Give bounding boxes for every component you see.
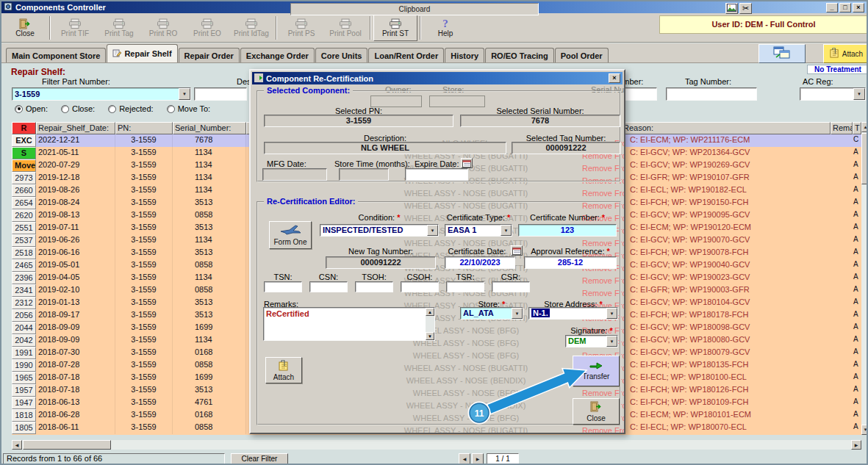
toolbar-button-print-tag[interactable]: Print Tag	[97, 15, 141, 41]
tsr-input[interactable]	[446, 281, 484, 292]
chevron-down-icon[interactable]: ▼	[427, 225, 438, 236]
cell-serial-number: 0168	[173, 347, 246, 359]
form-one-button[interactable]: Form One	[269, 221, 312, 249]
attach-button-top[interactable]: Attach	[823, 44, 868, 63]
scroll-down-icon[interactable]: ▼	[861, 425, 868, 435]
tab-pool-order[interactable]: Pool Order	[555, 48, 609, 62]
chevron-down-icon[interactable]: ▼	[179, 88, 190, 100]
tab-ro-eo-tracing[interactable]: RO/EO Tracing	[485, 48, 554, 62]
radio-circle[interactable]	[167, 105, 175, 113]
horizontal-scrollbar[interactable]	[12, 440, 861, 450]
vertical-scroll-thumb[interactable]	[861, 133, 868, 184]
chevron-down-icon[interactable]: ▼	[606, 336, 617, 347]
scroll-down-icon[interactable]: ▼	[426, 332, 434, 340]
signature-select[interactable]: DEM ▼	[565, 335, 618, 347]
cell-pn: 3-1559	[115, 409, 173, 422]
scroll-left-icon[interactable]: ◀	[12, 440, 22, 450]
toolbar-button-print-eo[interactable]: Print EO	[185, 15, 229, 41]
scroll-up-icon[interactable]: ▲	[861, 122, 868, 132]
column-header[interactable]: R	[12, 122, 36, 134]
tsoh-input[interactable]	[355, 281, 393, 292]
toolbar-button-print-st[interactable]: Print ST	[373, 15, 417, 41]
column-header[interactable]: Serial_Number:	[173, 122, 246, 134]
maximize-icon[interactable]: □	[839, 3, 851, 12]
radio-open[interactable]: Open:	[15, 104, 48, 113]
expire-date-field[interactable]	[405, 168, 468, 181]
tab-main-component-store[interactable]: Main Component Store	[6, 48, 106, 62]
previous-page-button[interactable]: ◀	[459, 453, 470, 464]
chevron-down-icon[interactable]: ▼	[853, 88, 865, 100]
condition-select[interactable]: INSPECTED/TESTED ▼	[320, 224, 439, 237]
column-header[interactable]: Reason:	[621, 122, 831, 134]
image-tool-button[interactable]	[725, 3, 738, 14]
dialog-titlebar[interactable]: Component Re-Certification ×	[252, 72, 623, 84]
toolbar-button-print-tif[interactable]: Print TIF	[53, 15, 97, 41]
cell-serial-number: 0168	[173, 409, 246, 422]
column-header[interactable]: PN:	[115, 122, 173, 134]
radio-close[interactable]: Close:	[61, 104, 95, 113]
row-badge: EXC	[12, 134, 36, 147]
dialog-close-icon[interactable]: ×	[609, 73, 620, 83]
toolbar-button-print-pool[interactable]: Print Pool	[323, 15, 367, 41]
filter-tag-number-input[interactable]	[666, 87, 757, 101]
scroll-up-icon[interactable]: ▲	[426, 308, 434, 316]
scroll-right-icon[interactable]: ▶	[851, 440, 861, 450]
chevron-down-icon[interactable]: ▼	[501, 225, 512, 236]
description-field: NLG WHEEL	[264, 142, 506, 154]
filter-part-number-select[interactable]: 3-1559 ▼	[12, 87, 191, 101]
csn-input[interactable]	[309, 281, 348, 292]
radio-circle[interactable]	[108, 105, 116, 113]
cell-t: A	[853, 309, 861, 322]
radio-move-to[interactable]: Move To:	[167, 104, 210, 113]
radio-rejected[interactable]: Rejected:	[108, 104, 153, 113]
certificate-date-input[interactable]: 22/10/2023	[445, 256, 515, 269]
cut-tool-button[interactable]: ✂	[739, 3, 752, 14]
dialog-close-button[interactable]: Close	[573, 398, 620, 425]
toolbar-button-print-ro[interactable]: Print RO	[141, 15, 185, 41]
horizontal-scroll-thumb[interactable]	[23, 440, 111, 450]
tsn-input[interactable]	[264, 281, 302, 292]
transfer-button[interactable]: Transfer	[573, 356, 620, 386]
clear-filter-button[interactable]: Clear Filter	[231, 453, 288, 464]
tab-repair-shelf[interactable]: Repair Shelf	[107, 44, 177, 62]
radio-circle[interactable]	[61, 105, 69, 113]
toolbar-button-help[interactable]: ?Help	[423, 15, 467, 41]
signature-value: DEM	[566, 336, 606, 346]
store-select[interactable]: AL_ATA ▼	[460, 307, 523, 320]
column-header[interactable]: T	[853, 122, 861, 134]
next-page-button[interactable]: ▶	[472, 453, 484, 464]
store-address-select[interactable]: N-1. ▼	[528, 307, 618, 320]
tab-loan-rent-order[interactable]: Loan/Rent Order	[368, 48, 444, 62]
radio-circle[interactable]	[15, 105, 23, 113]
expire-date-calendar-icon[interactable]	[461, 158, 473, 168]
approval-reference-input[interactable]: 285-12	[524, 256, 617, 269]
minimize-icon[interactable]: _	[826, 3, 838, 12]
remarks-textarea[interactable]: ReCertified ▲▼	[263, 307, 435, 341]
column-header[interactable]: Remarks:	[831, 122, 853, 134]
certificate-number-input[interactable]: 123	[518, 224, 617, 237]
chevron-down-icon[interactable]: ▼	[512, 308, 523, 319]
certificate-type-select[interactable]: EASA 1 ▼	[445, 224, 512, 237]
csoh-input[interactable]	[401, 281, 439, 292]
toolbar-button-print-idtag[interactable]: Print IdTag	[229, 15, 273, 41]
attach-button[interactable]: Attach	[265, 357, 302, 383]
tab-exchange-order[interactable]: Exchange Order	[240, 48, 315, 62]
cell-reason: C: EI-FCH; WP: WP190078-FCH	[621, 247, 831, 259]
column-header[interactable]: Repair_Shelf_Date:	[36, 122, 115, 134]
cell-repair-shelf-date: 2018-06-11	[36, 422, 115, 434]
chevron-down-icon[interactable]: ▼	[606, 308, 617, 319]
textarea-scrollbar[interactable]: ▲▼	[426, 308, 434, 340]
tab-repair-order[interactable]: Repair Order	[179, 48, 240, 62]
csr-input[interactable]	[492, 281, 530, 292]
certificate-date-calendar-icon[interactable]	[511, 245, 523, 256]
tab-history[interactable]: History	[445, 48, 484, 62]
app-icon	[4, 2, 12, 12]
close-window-icon[interactable]: ×	[853, 3, 864, 12]
toolbar-button-print-ps[interactable]: Print PS	[279, 15, 323, 41]
tab-core-units[interactable]: Core Units	[315, 48, 368, 62]
toolbar-button-close[interactable]: Close	[3, 15, 47, 41]
printer-icon	[295, 18, 308, 29]
export-button[interactable]	[758, 44, 806, 63]
filter-description-input[interactable]	[194, 87, 247, 101]
filter-ac-reg-select[interactable]: ▼	[800, 87, 866, 101]
